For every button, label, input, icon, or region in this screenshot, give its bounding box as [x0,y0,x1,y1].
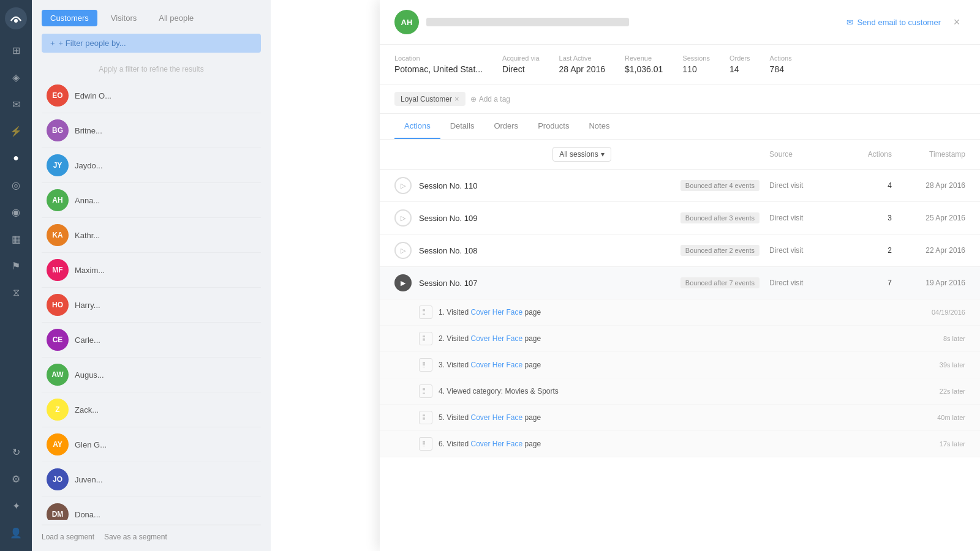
event-link[interactable]: Cover Her Face [470,440,522,448]
svg-rect-15 [423,391,425,391]
customer-name: Kathr... [75,231,100,240]
svg-rect-6 [423,335,425,337]
chart-icon[interactable]: ◈ [5,66,27,88]
refresh-icon[interactable]: ↻ [5,441,27,463]
tab-all-people[interactable]: All people [150,10,202,26]
sessions-filter-dropdown[interactable]: All sessions ▾ [552,147,611,162]
stat-label: Actions [770,54,792,62]
source-value: Direct visit [769,214,843,222]
timestamp-column-header: Timestamp [892,150,965,159]
filter-hint: Apply a filter to refine the results [42,60,261,78]
event-timestamp: 39s later [940,361,965,369]
event-timestamp: 22s later [940,388,965,395]
timestamp-value: 19 Apr 2016 [892,279,965,287]
list-item[interactable]: DM Dona... [42,497,261,520]
sessions-filter-label: All sessions [559,150,598,159]
chevron-down-icon: ▾ [601,150,605,159]
stat-value: 784 [770,64,792,74]
session-name: Session No. 110 [419,181,680,190]
customer-name: Zack... [75,405,99,414]
tab-customers[interactable]: Customers [42,10,97,26]
mail-icon[interactable]: ✉ [5,93,27,115]
filter-button-label: + Filter people by... [59,39,126,48]
event-text: 5. Visited Cover Her Face page [439,413,937,422]
puzzle-icon[interactable]: ✦ [5,495,27,517]
stat-item: Actions 784 [770,54,792,74]
svg-rect-10 [423,362,425,364]
lightning-icon[interactable]: ⚡ [5,120,27,142]
list-item[interactable]: Z Zack... [42,392,261,427]
bounce-badge: Bounced after 3 events [680,212,760,223]
list-item[interactable]: BG Britne... [42,113,261,148]
source-value: Direct visit [769,279,843,287]
nav-tab-details[interactable]: Details [440,114,484,139]
tag-close-button[interactable]: × [454,94,459,103]
close-button[interactable]: × [948,13,965,31]
filter-people-button[interactable]: + + Filter people by... [42,34,261,53]
event-timestamp: 17s later [940,440,965,448]
flag-icon[interactable]: ⚑ [5,255,27,277]
load-segment-link[interactable]: Load a segment [42,533,94,541]
stat-label: Location [394,54,483,62]
add-tag-label: Add a tag [479,95,510,103]
event-link[interactable]: Cover Her Face [470,334,522,343]
list-item[interactable]: AH Anna... [42,183,261,218]
nav-tab-orders[interactable]: Orders [484,114,528,139]
stat-label: Acquired via [502,54,540,62]
user-bottom-icon[interactable]: 👤 [5,522,27,544]
list-item[interactable]: AW Augus... [42,358,261,392]
app-logo[interactable] [5,7,27,29]
stat-item: Location Potomac, United Stat... [394,54,483,74]
session-row[interactable]: ▷ Session No. 110 Bounced after 4 events… [380,170,980,202]
event-link[interactable]: Cover Her Face [470,413,522,422]
loyal-customer-tag: Loyal Customer × [394,92,466,106]
list-item[interactable]: KA Kathr... [42,218,261,253]
event-row: 2. Visited Cover Her Face page 8s later [380,326,980,352]
list-item[interactable]: JO Juven... [42,462,261,497]
save-segment-link[interactable]: Save as a segment [104,533,167,541]
gauge-icon[interactable]: ◉ [5,201,27,223]
people-icon[interactable]: ● [5,147,27,169]
send-email-link[interactable]: ✉ Send email to customer [846,18,941,27]
session-row[interactable]: ▷ Session No. 109 Bounced after 3 events… [380,202,980,234]
list-item[interactable]: HO Harry... [42,288,261,323]
session-name: Session No. 109 [419,214,680,223]
event-link[interactable]: Cover Her Face [470,308,522,317]
nav-tab-actions[interactable]: Actions [394,114,440,139]
stat-item: Acquired via Direct [502,54,540,74]
list-item[interactable]: JY Jaydo... [42,148,261,183]
content-area[interactable]: All sessions ▾ Source Actions Timestamp … [380,140,980,551]
settings-icon[interactable]: ⚙ [5,468,27,490]
stat-item: Sessions 110 [682,54,710,74]
add-icon: ⊕ [470,95,477,103]
timestamp-value: 25 Apr 2016 [892,214,965,222]
stat-label: Revenue [625,54,663,62]
svg-rect-19 [423,417,425,418]
add-tag-button[interactable]: ⊕ Add a tag [470,95,510,103]
event-row: 5. Visited Cover Her Face page 40m later [380,405,980,431]
dashboard-icon[interactable]: ⊞ [5,39,27,61]
actions-value: 4 [843,181,892,190]
customer-name: Edwin O... [75,91,111,100]
list-item[interactable]: EO Edwin O... [42,78,261,113]
bar-chart-icon[interactable]: ▦ [5,228,27,250]
list-item[interactable]: MF Maxim... [42,253,261,288]
plus-icon: + [50,39,55,48]
svg-rect-20 [423,418,425,419]
tab-visitors[interactable]: Visitors [102,10,145,26]
session-row[interactable]: ▷ Session No. 108 Bounced after 2 events… [380,234,980,267]
eye-icon[interactable]: ◎ [5,174,27,196]
svg-rect-5 [423,314,425,315]
list-item[interactable]: AY Glen G... [42,427,261,462]
event-text: 3. Visited Cover Her Face page [439,361,940,369]
event-link[interactable]: Cover Her Face [470,361,522,369]
session-row[interactable]: ▶ Session No. 107 Bounced after 7 events… [380,267,980,299]
nav-tab-products[interactable]: Products [528,114,579,139]
nav-tab-notes[interactable]: Notes [579,114,619,139]
stat-value: 110 [682,64,710,74]
list-item[interactable]: CE Carle... [42,323,261,358]
svg-rect-22 [423,441,425,443]
filter-icon[interactable]: ⧖ [5,282,27,304]
event-row: 6. Visited Cover Her Face page 17s later [380,431,980,457]
event-icon [419,332,432,345]
